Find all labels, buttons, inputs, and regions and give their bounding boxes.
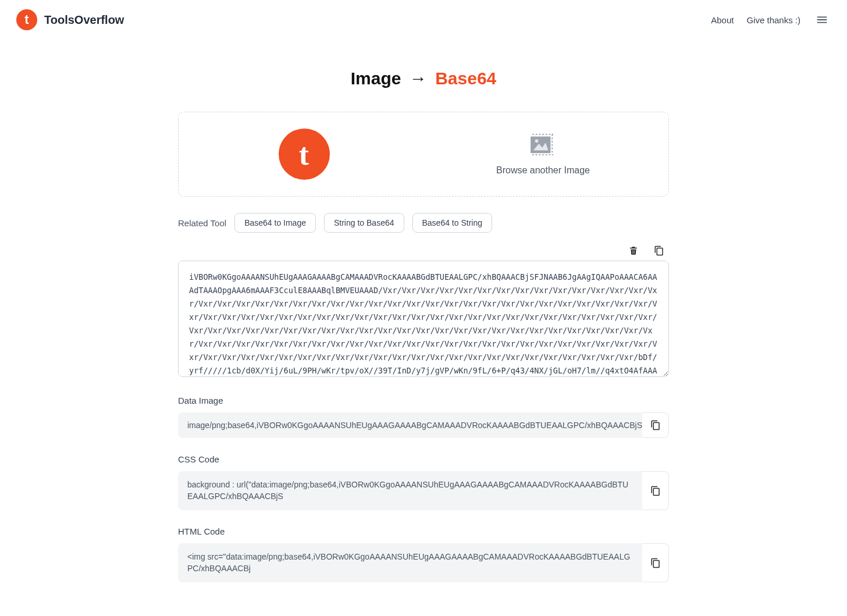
header: t ToolsOverflow About Give thanks :) <box>0 0 847 40</box>
top-nav: About Give thanks :) <box>711 11 831 29</box>
title-left: Image <box>351 69 401 88</box>
arrow-icon: → <box>410 69 427 88</box>
section-data-image: Data Image image/png;base64,iVBORw0KGgoA… <box>178 396 669 438</box>
css-code-value[interactable]: background : url("data:image/png;base64,… <box>178 471 642 510</box>
section-html-code: HTML Code <img src="data:image/png;base6… <box>178 526 669 582</box>
nav-about[interactable]: About <box>711 15 734 25</box>
data-image-value[interactable]: image/png;base64,iVBORw0KGgoAAAANSUhEUgA… <box>178 412 642 438</box>
browse-label: Browse another Image <box>496 165 590 176</box>
data-image-label: Data Image <box>178 396 669 405</box>
copy-icon <box>654 245 664 256</box>
section-css-code: CSS Code background : url("data:image/pn… <box>178 454 669 510</box>
nav-thanks[interactable]: Give thanks :) <box>746 15 800 25</box>
related-base64-to-string[interactable]: Base64 to String <box>412 213 493 233</box>
copy-output-button[interactable] <box>652 243 667 258</box>
title-right: Base64 <box>435 69 496 88</box>
svg-point-2 <box>535 139 538 143</box>
upload-area: t Browse another Image <box>178 112 669 197</box>
brand-logo-icon: t <box>16 9 37 30</box>
brand-name: ToolsOverflow <box>44 13 124 27</box>
output-toolbar <box>178 243 669 258</box>
menu-button[interactable] <box>813 11 831 29</box>
copy-css-button[interactable] <box>642 471 669 510</box>
copy-icon <box>650 558 661 568</box>
clear-button[interactable] <box>626 243 641 258</box>
base64-output[interactable] <box>178 261 669 377</box>
main: Image → Base64 t Browse another Image Re… <box>162 40 685 616</box>
html-code-value[interactable]: <img src="data:image/png;base64,iVBORw0K… <box>178 543 642 582</box>
base64-output-wrap <box>178 261 669 379</box>
hamburger-icon <box>816 13 828 26</box>
page-title: Image → Base64 <box>178 69 669 88</box>
related-base64-to-image[interactable]: Base64 to Image <box>234 213 316 233</box>
copy-icon <box>650 486 661 496</box>
related-label: Related Tool <box>178 218 226 228</box>
svg-rect-0 <box>531 137 550 154</box>
browse-another-button[interactable]: Browse another Image <box>429 133 657 176</box>
copy-data-image-button[interactable] <box>642 412 669 438</box>
image-preview: t <box>190 129 418 180</box>
brand[interactable]: t ToolsOverflow <box>16 9 124 30</box>
copy-html-button[interactable] <box>642 543 669 582</box>
html-code-label: HTML Code <box>178 526 669 536</box>
image-placeholder-icon <box>530 133 557 156</box>
related-tools: Related Tool Base64 to Image String to B… <box>178 213 669 233</box>
preview-logo-icon: t <box>279 129 330 180</box>
css-code-label: CSS Code <box>178 454 669 464</box>
related-string-to-base64[interactable]: String to Base64 <box>324 213 404 233</box>
copy-icon <box>650 420 661 430</box>
trash-icon <box>628 245 639 256</box>
